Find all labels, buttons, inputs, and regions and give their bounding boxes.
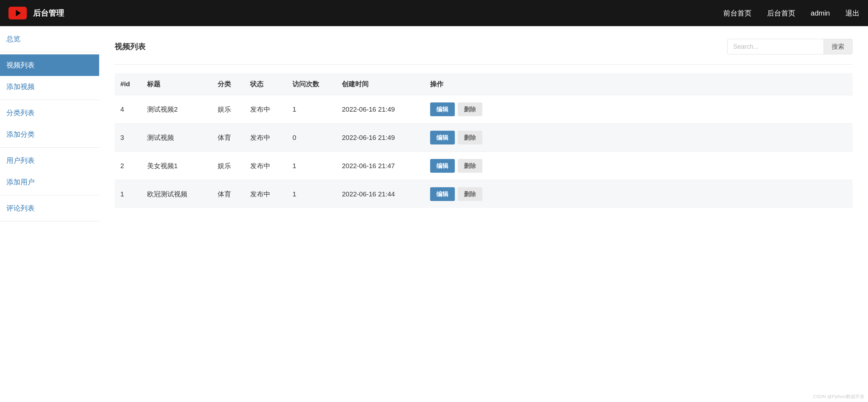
cell-title: 欧冠测试视频 (143, 180, 213, 208)
cell-views: 0 (288, 124, 338, 152)
search-input[interactable] (727, 39, 824, 54)
table-header-row: #id 标题 分类 状态 访问次数 创建时间 操作 (115, 73, 852, 95)
nav-front-link[interactable]: 前台首页 (723, 8, 752, 18)
table-row: 1欧冠测试视频体育发布中12022-06-16 21:44编辑删除 (115, 180, 852, 208)
col-id: #id (115, 73, 143, 95)
nav-back-link[interactable]: 后台首页 (767, 8, 795, 18)
cell-status: 发布中 (246, 152, 288, 180)
table-row: 2美女视频1娱乐发布中12022-06-16 21:47编辑删除 (115, 152, 852, 180)
sidebar-item[interactable]: 评论列表 (0, 197, 99, 219)
divider (115, 64, 852, 65)
cell-created: 2022-06-16 21:49 (338, 95, 426, 124)
cell-views: 1 (288, 180, 338, 208)
cell-id: 3 (115, 124, 143, 152)
edit-button[interactable]: 编辑 (430, 131, 455, 144)
logo-icon[interactable] (8, 7, 27, 19)
sidebar: 总览视频列表添加视频分类列表添加分类用户列表添加用户评论列表 (0, 26, 99, 221)
search-box: 搜索 (727, 39, 852, 54)
search-button[interactable]: 搜索 (824, 39, 852, 54)
sidebar-item[interactable]: 视频列表 (0, 54, 99, 76)
col-category: 分类 (213, 73, 246, 95)
delete-button[interactable]: 删除 (458, 102, 482, 116)
cell-actions: 编辑删除 (426, 95, 852, 124)
col-title: 标题 (143, 73, 213, 95)
cell-created: 2022-06-16 21:49 (338, 124, 426, 152)
sidebar-item[interactable]: 用户列表 (0, 150, 99, 171)
cell-status: 发布中 (246, 95, 288, 124)
video-table: #id 标题 分类 状态 访问次数 创建时间 操作 4测试视频2娱乐发布中120… (115, 73, 852, 208)
edit-button[interactable]: 编辑 (430, 159, 455, 173)
delete-button[interactable]: 删除 (458, 187, 482, 201)
cell-actions: 编辑删除 (426, 152, 852, 180)
cell-views: 1 (288, 152, 338, 180)
col-created: 创建时间 (338, 73, 426, 95)
edit-button[interactable]: 编辑 (430, 187, 455, 201)
sidebar-item[interactable]: 总览 (0, 28, 99, 50)
delete-button[interactable]: 删除 (458, 131, 482, 144)
cell-views: 1 (288, 95, 338, 124)
sidebar-item[interactable]: 分类列表 (0, 102, 99, 124)
cell-id: 4 (115, 95, 143, 124)
brand-title: 后台管理 (33, 8, 64, 18)
cell-category: 娱乐 (213, 95, 246, 124)
cell-status: 发布中 (246, 180, 288, 208)
cell-title: 美女视频1 (143, 152, 213, 180)
cell-created: 2022-06-16 21:47 (338, 152, 426, 180)
edit-button[interactable]: 编辑 (430, 102, 455, 116)
cell-category: 娱乐 (213, 152, 246, 180)
sidebar-item[interactable]: 添加视频 (0, 76, 99, 97)
cell-category: 体育 (213, 124, 246, 152)
cell-actions: 编辑删除 (426, 180, 852, 208)
nav-logout-link[interactable]: 退出 (845, 8, 860, 18)
sidebar-item[interactable]: 添加分类 (0, 124, 99, 145)
play-icon (16, 10, 21, 16)
cell-category: 体育 (213, 180, 246, 208)
cell-id: 2 (115, 152, 143, 180)
delete-button[interactable]: 删除 (458, 159, 482, 173)
cell-title: 测试视频 (143, 124, 213, 152)
page-title: 视频列表 (115, 41, 146, 52)
cell-status: 发布中 (246, 124, 288, 152)
sidebar-item[interactable]: 添加用户 (0, 171, 99, 193)
header: 后台管理 前台首页 后台首页 admin 退出 (0, 0, 868, 26)
content-area: 视频列表 搜索 #id 标题 分类 状态 访问次数 创建时间 操作 (99, 26, 868, 221)
col-views: 访问次数 (288, 73, 338, 95)
col-actions: 操作 (426, 73, 852, 95)
cell-title: 测试视频2 (143, 95, 213, 124)
cell-id: 1 (115, 180, 143, 208)
nav-user-link[interactable]: admin (811, 9, 830, 17)
table-row: 4测试视频2娱乐发布中12022-06-16 21:49编辑删除 (115, 95, 852, 124)
col-status: 状态 (246, 73, 288, 95)
cell-actions: 编辑删除 (426, 124, 852, 152)
cell-created: 2022-06-16 21:44 (338, 180, 426, 208)
table-row: 3测试视频体育发布中02022-06-16 21:49编辑删除 (115, 124, 852, 152)
